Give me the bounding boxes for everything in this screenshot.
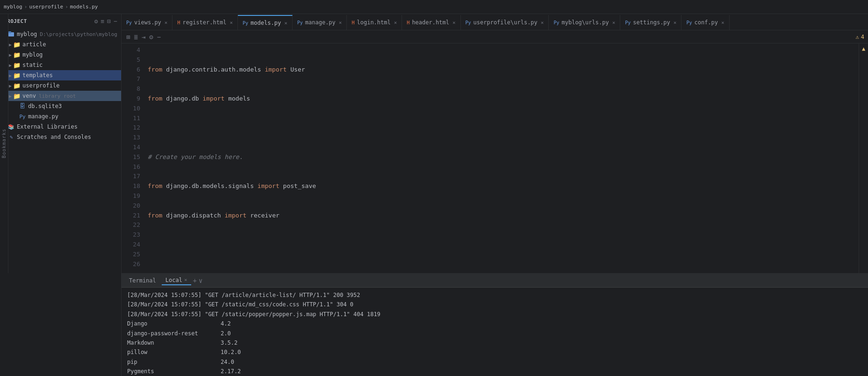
tree-root-myblog[interactable]: ▼ myblog D:\projects\python\myblog [0,29,121,39]
tree-article[interactable]: ▶ 📁 article [0,39,121,50]
code-line-4: from django.contrib.auth.models import U… [148,65,859,75]
tab-icon-manage: Py [297,20,303,25]
tab-close-conf[interactable]: × [721,20,725,26]
package-list: Django4.2django-password-reset2.0Markdow… [127,319,862,376]
terminal-tab-terminal[interactable]: Terminal [125,276,160,285]
py-icon-manage: Py [19,114,26,120]
pkg-version: 4.2 [221,319,258,328]
project-icon [7,31,15,37]
tree-myblog-pkg[interactable]: ▶ 📁 myblog [0,50,121,60]
pkg-name: Markdown [127,338,221,347]
warning-icon[interactable]: ⚠ [856,34,859,40]
tab-icon-conf: Py [686,20,692,25]
tab-register-html[interactable]: H register.html × [172,15,238,30]
pkg-version: 2.17.2 [221,367,258,376]
breadcrumb-userprofile[interactable]: userprofile [29,4,63,10]
tree-label-article: article [22,41,46,48]
tab-close-userprofile-urls[interactable]: × [541,20,544,26]
tab-close-manage[interactable]: × [339,20,342,26]
tree-db-sqlite3[interactable]: ▶ 🗄 db.sqlite3 [0,101,121,111]
tab-close-settings[interactable]: × [674,20,677,26]
code-line-5: from django.db import models [148,94,859,104]
tab-models-py[interactable]: Py models.py × [238,15,293,30]
terminal-log-1: [28/Mar/2024 15:07:55] "GET /article/art… [127,290,862,300]
tree-label-templates: templates [22,72,53,79]
tree-static[interactable]: ▶ 📁 static [0,60,121,70]
folder-icon-userprofile: 📁 [13,82,21,89]
breadcrumb-sep-2: › [65,4,68,10]
tab-close-login[interactable]: × [394,20,397,26]
tree-scratches[interactable]: ▶ ✎ Scratches and Consoles [0,132,121,142]
tab-icon-settings: Py [625,20,631,25]
tab-icon-myblog-urls: Py [553,20,559,25]
toolbar-indent-icon[interactable]: ⇥ [141,32,146,42]
toolbar-settings-icon[interactable]: ⚙ [148,32,154,42]
editor-tabs: Py views.py × H register.html × Py model… [122,14,868,30]
tree-label-scratches: Scratches and Consoles [17,134,91,140]
pkg-version: 10.2.0 [221,347,258,357]
code-content[interactable]: from django.contrib.auth.models import U… [144,43,859,273]
tab-settings-py[interactable]: Py settings.py × [620,15,681,30]
code-line-8: from django.db.models.signals import pos… [148,181,859,191]
terminal-tab-local[interactable]: Local × [162,276,191,285]
breadcrumb-myblog[interactable]: myblog [4,4,22,10]
toolbar-minus-icon[interactable]: − [156,32,162,42]
terminal-tab-local-close[interactable]: × [184,277,187,283]
pkg-version: 2.0 [221,329,258,338]
tab-header-html[interactable]: H header.html × [402,15,460,30]
tab-login-html[interactable]: H login.html × [347,15,402,30]
code-line-7: # Create your models here. [148,152,859,162]
terminal-log-3: [28/Mar/2024 15:07:55] "GET /static/popp… [127,310,862,319]
editor-area: Py views.py × H register.html × Py model… [122,14,868,376]
tree-label-myblog-pkg: myblog [22,51,43,58]
tree-templates[interactable]: ▶ 📁 templates [0,70,121,80]
tab-close-header[interactable]: × [452,20,456,26]
line-numbers: 4 5 6 7 8 9 10 11 12 13 14 15 16 17 18 1… [122,43,144,273]
code-editor[interactable]: 4 5 6 7 8 9 10 11 12 13 14 15 16 17 18 1… [122,43,859,273]
pkg-version: 3.5.2 [221,338,258,347]
tab-close-models[interactable]: × [284,20,287,26]
tab-label-settings: settings.py [633,19,670,26]
warning-count: 4 [861,34,864,40]
sidebar-list-icon[interactable]: ≡ [101,18,105,25]
tab-views-py[interactable]: Py views.py × [122,15,172,30]
tab-manage-py[interactable]: Py manage.py × [293,15,347,30]
tab-conf-py[interactable]: Py conf.py × [681,15,729,30]
tab-label-manage: manage.py [305,19,336,26]
folder-icon-static: 📁 [13,62,21,69]
tab-close-myblog-urls[interactable]: × [612,20,616,26]
tree-root-path: D:\projects\python\myblog [40,31,117,37]
pkg-name: pip [127,357,221,367]
pkg-name: Django [127,319,221,328]
toolbar-list-icon[interactable]: ≣ [133,32,138,42]
tab-userprofile-urls[interactable]: Py userprofile\urls.py × [461,15,549,30]
tab-close-register[interactable]: × [230,20,233,26]
terminal-chevron-icon[interactable]: ∨ [199,277,202,284]
breadcrumb: myblog › userprofile › models.py [4,4,98,10]
main-content: Project ⚙ ≡ ⊟ − ▼ myblog D:\projects\pyt… [0,14,868,376]
svg-rect-1 [8,31,11,33]
tab-label-views: views.py [134,19,161,26]
tree-external-libs[interactable]: ▶ 📚 External Libraries [0,122,121,132]
sidebar-header: Project ⚙ ≡ ⊟ − [0,14,121,28]
tree-manage-py[interactable]: ▶ Py manage.py [0,111,121,122]
tree-userprofile[interactable]: ▶ 📁 userprofile [0,80,121,91]
tab-icon-register: H [177,20,180,25]
terminal-content: [28/Mar/2024 15:07:55] "GET /article/art… [122,288,868,376]
folder-icon-myblog-pkg: 📁 [13,51,21,58]
project-sidebar: Project ⚙ ≡ ⊟ − ▼ myblog D:\projects\pyt… [0,14,122,376]
pkg-name: django-password-reset [127,329,221,338]
breadcrumb-models[interactable]: models.py [70,4,98,10]
code-line-10 [148,240,859,250]
folder-icon-templates: 📁 [13,72,21,79]
tab-close-views[interactable]: × [165,20,168,26]
tree-label-static: static [22,62,43,68]
tree-venv[interactable]: ▶ 📁 venv library root [0,91,121,101]
terminal-add-button[interactable]: + [193,277,197,284]
sidebar-cog-icon[interactable]: ⚙ [94,18,98,25]
sidebar-collapse-icon[interactable]: ⊟ [107,18,111,25]
tab-myblog-urls[interactable]: Py myblog\urls.py × [549,15,620,30]
pkg-name: Pygments [127,367,221,376]
toolbar-structure-icon[interactable]: ⊞ [125,32,131,42]
sidebar-minus-icon[interactable]: − [114,18,117,25]
